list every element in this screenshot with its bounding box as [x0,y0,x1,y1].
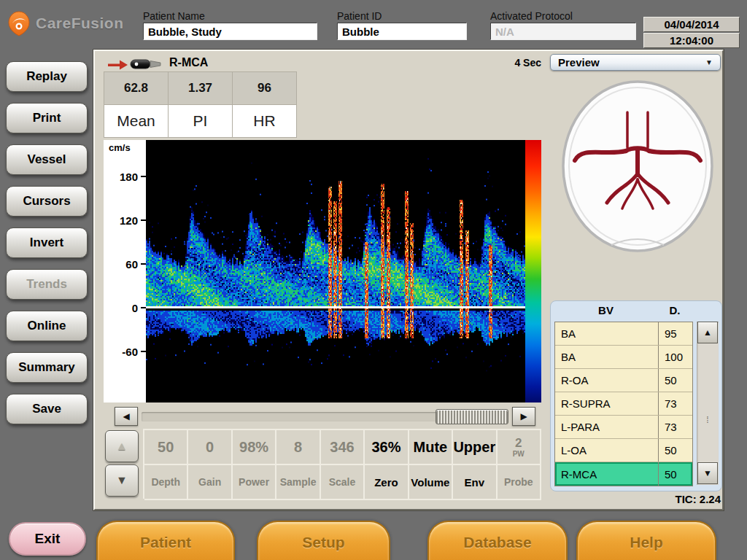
param-scale-label[interactable]: Scale [321,465,365,500]
axis-tick: 120 [120,214,138,227]
sweep-time-label: 4 Sec [474,57,541,69]
axis-tick: -60 [122,346,138,358]
vessel-title: R-MCA [169,56,208,69]
param-volume-label[interactable]: Volume [409,465,453,500]
param-stepper: ▲ ▼ [105,430,140,497]
param-volume-value[interactable]: Mute [409,430,453,465]
table-row[interactable]: R-OA50 [555,369,692,392]
save-button[interactable]: Save [6,394,88,424]
mean-value: 62.8 [104,72,169,105]
cursors-button[interactable]: Cursors [6,186,88,217]
screen: CareFusion Patient Name Bubble, Study Pa… [0,0,747,560]
exit-button[interactable]: Exit [9,522,86,556]
param-zero-label[interactable]: Zero [365,465,409,500]
patient-id-input[interactable]: Bubble [337,23,467,40]
spectrogram-canvas [146,140,525,402]
vessel-table-panel: BV D. BA95 BA100 R-OA50 R-SUPRA73 L-PARA… [550,300,722,491]
param-down-button[interactable]: ▼ [105,464,139,497]
time-display: 12:04:00 [643,33,740,48]
param-gain-label[interactable]: Gain [188,465,232,500]
direction-arrow-icon [108,60,128,70]
invert-button[interactable]: Invert [6,228,88,258]
tab-setup[interactable]: Setup [257,521,390,560]
parameter-grid: 50 0 98% 8 346 36% Mute Upper 2PW Depth … [143,429,541,499]
param-power-value[interactable]: 98% [233,430,276,465]
print-button[interactable]: Print [6,103,88,133]
probe-icon [130,58,163,71]
patient-name-label: Patient Name [143,10,205,22]
table-scroll-down-button[interactable]: ▼ [697,462,718,484]
patient-name-input[interactable]: Bubble, Study [143,23,317,40]
param-sample-value[interactable]: 8 [276,430,320,465]
brain-diagram [557,77,718,254]
pi-value: 1.37 [169,72,233,105]
logo-text: CareFusion [36,15,124,32]
table-row[interactable]: L-OA50 [555,439,692,462]
tab-patient[interactable]: Patient [96,521,235,560]
hr-label: HR [233,105,297,138]
param-depth-value[interactable]: 50 [144,430,188,465]
hr-value: 96 [233,72,297,105]
vessel-button[interactable]: Vessel [6,144,88,175]
protocol-label: Activated Protocol [490,10,573,22]
stats-table: 62.8 1.37 96 Mean PI HR [104,71,297,138]
scrollbar-thumb[interactable] [436,409,508,424]
protocol-input[interactable]: N/A [490,23,636,40]
patient-id-label: Patient ID [337,10,382,22]
table-scroll-up-button[interactable]: ▲ [697,322,718,343]
tab-database[interactable]: Database [427,521,568,560]
date-display: 04/04/2014 [643,17,740,32]
trends-button[interactable]: Trends [6,269,88,300]
tic-value: TIC: 2.24 [550,493,721,505]
param-probe-value[interactable]: 2PW [498,430,541,465]
online-button[interactable]: Online [6,311,88,341]
param-depth-label[interactable]: Depth [144,465,188,500]
spectrogram-area: cm/s 180 120 60 0 -60 [104,140,541,402]
table-row[interactable]: BA95 [555,322,692,346]
mean-label: Mean [104,105,169,138]
param-up-button[interactable]: ▲ [105,430,139,462]
axis-tick: 0 [132,302,138,314]
pi-label: PI [169,105,233,138]
table-row[interactable]: L-PARA73 [555,416,692,439]
replay-button[interactable]: Replay [6,61,88,92]
column-header-depth: D. [657,304,692,316]
carefusion-logo-icon [7,10,31,36]
summary-button[interactable]: Summary [6,352,88,383]
preview-dropdown-label: Preview [558,56,600,69]
vessel-table: BA95 BA100 R-OA50 R-SUPRA73 L-PARA73 L-O… [554,322,693,486]
axis-unit-label: cm/s [109,142,131,153]
grip-dots-icon: ⁞ [697,415,719,425]
param-probe-label[interactable]: Probe [498,465,541,500]
preview-dropdown[interactable]: Preview ▼ [550,54,721,71]
param-scale-value[interactable]: 346 [321,430,365,465]
tab-help[interactable]: Help [576,521,716,560]
param-env-label[interactable]: Env [453,465,497,500]
scroll-left-button[interactable]: ◀ [115,407,138,426]
table-row-selected[interactable]: R-MCA50 [555,462,692,486]
param-sample-label[interactable]: Sample [276,465,320,500]
time-scrollbar: ◀ ▶ [104,405,541,427]
table-row[interactable]: R-SUPRA73 [555,392,692,416]
param-env-value[interactable]: Upper [453,430,497,465]
param-power-label[interactable]: Power [233,465,276,500]
doppler-colorbar [525,140,541,402]
axis-tick: 60 [125,258,138,271]
table-scrollbar: ▲ ⁞ ▼ [697,322,719,485]
param-zero-value[interactable]: 36% [365,430,409,465]
main-panel: R-MCA 4 Sec 62.8 1.37 96 Mean PI HR cm/s… [93,50,724,510]
column-header-bv: BV [554,304,657,316]
scroll-right-button[interactable]: ▶ [512,407,535,426]
param-gain-value[interactable]: 0 [188,430,232,465]
axis-tick: 180 [120,171,138,183]
velocity-axis: cm/s 180 120 60 0 -60 [104,140,146,402]
carefusion-logo: CareFusion [7,10,124,36]
table-row[interactable]: BA100 [555,346,692,369]
chevron-down-icon: ▼ [705,58,713,66]
